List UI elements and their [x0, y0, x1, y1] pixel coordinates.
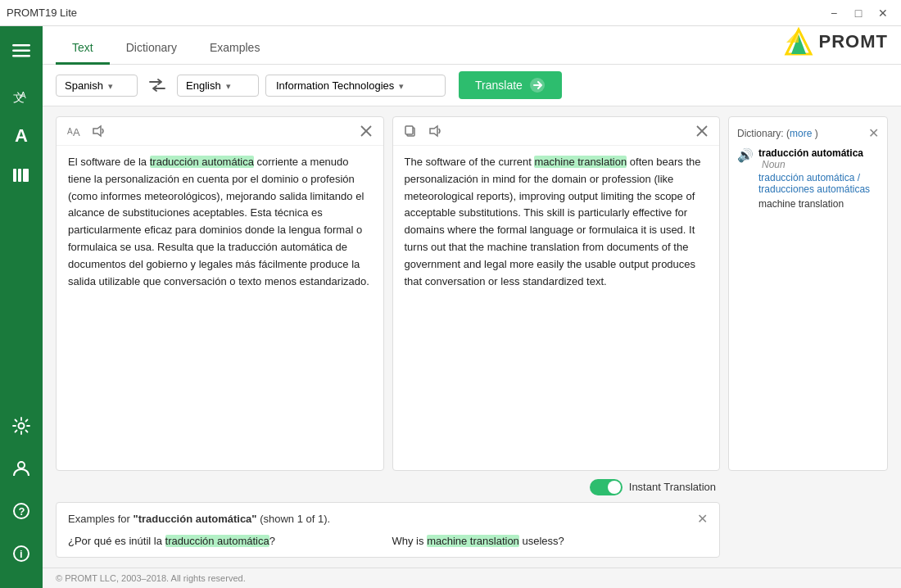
examples-row: ¿Por qué es inútil la traducción automát… [68, 533, 708, 550]
minimize-button[interactable]: − [822, 3, 845, 23]
domain-selector[interactable]: Information Technologies [265, 75, 446, 97]
source-lang-chevron [108, 79, 113, 92]
target-audio-button[interactable] [424, 120, 446, 142]
source-text[interactable]: El software de la traducción automática … [57, 146, 383, 470]
swap-languages-button[interactable] [144, 72, 170, 98]
source-toolbar-left: A A [63, 120, 352, 142]
tab-text[interactable]: Text [56, 31, 110, 65]
panels-row: A A [56, 116, 888, 471]
title-bar-controls: − □ ✕ [822, 3, 894, 23]
footer-text: © PROMT LLC, 2003–2018. All rights reser… [56, 573, 246, 583]
example-source: ¿Por qué es inútil la traducción automát… [68, 533, 384, 550]
examples-term: "traducción automática" [133, 513, 256, 525]
tab-dictionary[interactable]: Dictionary [110, 31, 193, 65]
library-icon [12, 166, 30, 184]
example-source-highlight: traducción automática [165, 535, 269, 547]
sidebar-help-button[interactable]: ? [3, 493, 39, 529]
svg-point-9 [18, 462, 25, 468]
source-audio-button[interactable] [88, 120, 109, 142]
svg-marker-16 [786, 29, 799, 43]
help-icon: ? [12, 502, 30, 520]
source-highlight: traducción automática [150, 156, 254, 168]
translate-arrow-icon [529, 77, 546, 93]
sidebar: 文 A A [0, 26, 43, 588]
svg-rect-5 [13, 169, 16, 182]
info-icon: i [12, 545, 30, 563]
sidebar-font-button[interactable]: A [3, 118, 39, 154]
dict-word-info: traducción automática Noun traducción au… [758, 147, 879, 210]
svg-text:A: A [67, 127, 73, 136]
dict-translation: machine translation [758, 198, 879, 210]
svg-marker-20 [93, 126, 101, 136]
sidebar-bottom: ? i [3, 408, 39, 581]
target-copy-button[interactable] [400, 120, 421, 142]
examples-title: Examples for "traducción automática" (sh… [68, 513, 330, 525]
sidebar-info-button[interactable]: i [3, 536, 39, 572]
source-lang-label: Spanish [65, 79, 103, 92]
target-text: The software of the current machine tran… [393, 146, 720, 470]
target-language-selector[interactable]: English [177, 75, 259, 97]
instant-translation-toggle[interactable] [590, 479, 623, 495]
close-icon [360, 125, 372, 137]
translate-button[interactable]: Translate [459, 71, 562, 99]
example-target-highlight: machine translation [427, 535, 519, 547]
target-highlight: machine translation [534, 156, 627, 168]
svg-text:i: i [20, 548, 23, 560]
target-panel-toolbar [393, 117, 720, 146]
svg-text:?: ? [19, 505, 25, 518]
target-lang-chevron [226, 79, 231, 92]
font-size-button[interactable]: A A [63, 120, 84, 142]
sidebar-library-button[interactable] [3, 157, 39, 193]
promt-logo-icon [783, 26, 814, 57]
tabs: Text Dictionary Examples [56, 31, 276, 64]
dict-word-pos: traducción automática Noun [758, 147, 879, 170]
sidebar-menu-button[interactable] [3, 33, 39, 69]
title-bar-left: PROMT19 Lite [7, 7, 77, 19]
target-close-button[interactable] [691, 120, 713, 142]
instant-translation-row: Instant Translation [56, 479, 888, 495]
maximize-button[interactable]: □ [847, 3, 870, 23]
source-close-button[interactable] [355, 120, 377, 142]
close-button[interactable]: ✕ [872, 3, 894, 23]
svg-text:A: A [73, 126, 80, 138]
footer: © PROMT LLC, 2003–2018. All rights reser… [43, 568, 901, 588]
top-nav: Text Dictionary Examples PROMT [43, 26, 901, 65]
tab-examples[interactable]: Examples [193, 31, 276, 65]
source-panel-toolbar: A A [57, 117, 383, 146]
dict-more-link[interactable]: more [790, 128, 812, 139]
main-content: A A [43, 106, 901, 568]
dict-forms[interactable]: traducción automática / traducciones aut… [758, 172, 879, 195]
font-size-icon: A A [67, 124, 80, 138]
dict-audio-button[interactable]: 🔊 [737, 147, 754, 163]
source-language-selector[interactable]: Spanish [56, 75, 138, 97]
target-audio-icon [428, 124, 441, 138]
app-title: PROMT19 Lite [7, 7, 77, 19]
swap-icon [149, 79, 165, 92]
examples-close-button[interactable]: ✕ [697, 511, 708, 527]
bottom-section: Instant Translation Examples for "traduc… [56, 479, 888, 559]
svg-rect-6 [18, 169, 21, 182]
content-area: Text Dictionary Examples PROMT Spanish [43, 26, 901, 588]
svg-point-8 [19, 423, 25, 429]
dict-close-button[interactable]: ✕ [868, 125, 879, 141]
toolbar: Spanish English Information Technologies… [43, 65, 901, 106]
domain-label: Information Technologies [276, 79, 394, 92]
svg-rect-1 [12, 50, 30, 52]
instant-translation-label: Instant Translation [629, 481, 716, 493]
translate-icon: 文 A [11, 87, 31, 106]
sidebar-settings-button[interactable] [3, 408, 39, 444]
sidebar-user-button[interactable] [3, 450, 39, 486]
dict-header-text: Dictionary: (more ) [737, 128, 818, 139]
text-panels: A A [56, 116, 720, 471]
svg-rect-7 [23, 169, 29, 182]
source-panel: A A [56, 116, 384, 471]
sidebar-translate-button[interactable]: 文 A [3, 79, 39, 115]
domain-chevron [399, 79, 404, 92]
target-panel: The software of the current machine tran… [392, 116, 721, 471]
user-icon [12, 459, 30, 477]
copy-icon [404, 124, 417, 138]
promt-logo-text: PROMT [819, 31, 888, 52]
svg-rect-2 [12, 55, 30, 57]
svg-rect-0 [12, 44, 30, 47]
app-body: 文 A A [0, 26, 901, 588]
